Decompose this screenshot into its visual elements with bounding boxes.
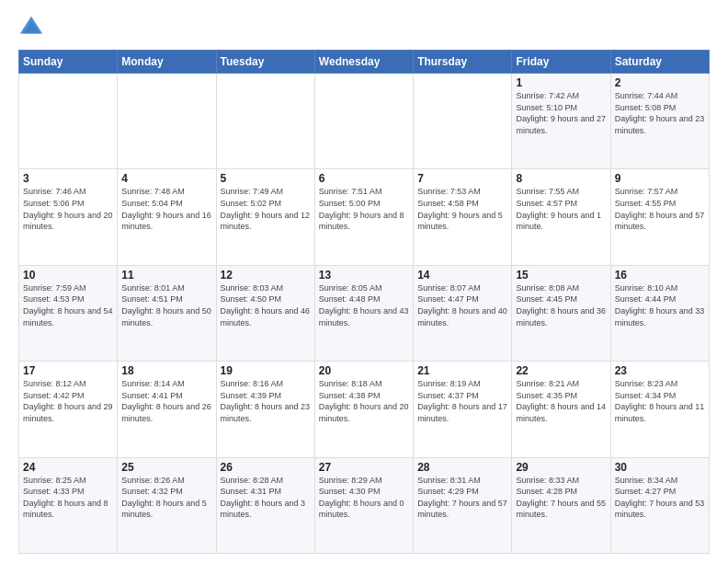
calendar-cell: 24Sunrise: 8:25 AMSunset: 4:33 PMDayligh… xyxy=(19,457,118,553)
day-header-monday: Monday xyxy=(118,51,216,74)
calendar-week-3: 10Sunrise: 7:59 AMSunset: 4:53 PMDayligh… xyxy=(19,265,710,361)
day-header-thursday: Thursday xyxy=(414,51,512,74)
day-number: 8 xyxy=(516,172,606,185)
day-info: Sunrise: 7:59 AMSunset: 4:53 PMDaylight:… xyxy=(23,282,113,328)
day-number: 7 xyxy=(417,172,507,185)
calendar-cell: 8Sunrise: 7:55 AMSunset: 4:57 PMDaylight… xyxy=(512,169,610,265)
day-info: Sunrise: 8:12 AMSunset: 4:42 PMDaylight:… xyxy=(23,378,113,424)
day-number: 17 xyxy=(23,364,113,377)
day-number: 20 xyxy=(319,364,409,377)
day-number: 15 xyxy=(516,269,606,282)
calendar-cell: 22Sunrise: 8:21 AMSunset: 4:35 PMDayligh… xyxy=(512,362,610,457)
calendar-cell: 19Sunrise: 8:16 AMSunset: 4:39 PMDayligh… xyxy=(216,362,314,457)
calendar-cell: 27Sunrise: 8:29 AMSunset: 4:30 PMDayligh… xyxy=(314,457,413,553)
calendar-cell xyxy=(414,74,512,169)
calendar-cell: 25Sunrise: 8:26 AMSunset: 4:32 PMDayligh… xyxy=(118,457,216,553)
day-info: Sunrise: 8:07 AMSunset: 4:47 PMDaylight:… xyxy=(417,282,507,328)
day-info: Sunrise: 8:08 AMSunset: 4:45 PMDaylight:… xyxy=(516,282,606,328)
calendar-week-2: 3Sunrise: 7:46 AMSunset: 5:06 PMDaylight… xyxy=(19,169,710,265)
day-info: Sunrise: 8:33 AMSunset: 4:28 PMDaylight:… xyxy=(516,475,606,521)
day-number: 10 xyxy=(23,269,113,282)
day-info: Sunrise: 7:42 AMSunset: 5:10 PMDaylight:… xyxy=(516,90,606,136)
day-header-friday: Friday xyxy=(512,51,610,74)
day-number: 14 xyxy=(417,269,507,282)
calendar-week-1: 1Sunrise: 7:42 AMSunset: 5:10 PMDaylight… xyxy=(19,74,710,169)
day-number: 11 xyxy=(121,269,211,282)
day-info: Sunrise: 8:18 AMSunset: 4:38 PMDaylight:… xyxy=(319,378,409,424)
calendar-cell: 12Sunrise: 8:03 AMSunset: 4:50 PMDayligh… xyxy=(216,265,314,361)
calendar-week-4: 17Sunrise: 8:12 AMSunset: 4:42 PMDayligh… xyxy=(19,362,710,457)
calendar-cell xyxy=(19,74,118,169)
calendar-cell: 16Sunrise: 8:10 AMSunset: 4:44 PMDayligh… xyxy=(610,265,709,361)
day-info: Sunrise: 8:05 AMSunset: 4:48 PMDaylight:… xyxy=(319,282,409,328)
calendar-cell: 17Sunrise: 8:12 AMSunset: 4:42 PMDayligh… xyxy=(19,362,118,457)
day-info: Sunrise: 8:31 AMSunset: 4:29 PMDaylight:… xyxy=(417,475,507,521)
calendar-cell: 28Sunrise: 8:31 AMSunset: 4:29 PMDayligh… xyxy=(414,457,512,553)
day-number: 30 xyxy=(615,461,705,474)
calendar-cell: 10Sunrise: 7:59 AMSunset: 4:53 PMDayligh… xyxy=(19,265,118,361)
calendar-cell: 5Sunrise: 7:49 AMSunset: 5:02 PMDaylight… xyxy=(216,169,314,265)
day-number: 6 xyxy=(319,172,409,185)
day-info: Sunrise: 8:14 AMSunset: 4:41 PMDaylight:… xyxy=(121,378,211,424)
day-number: 18 xyxy=(121,364,211,377)
logo xyxy=(18,15,48,40)
day-number: 9 xyxy=(615,172,705,185)
calendar-cell: 14Sunrise: 8:07 AMSunset: 4:47 PMDayligh… xyxy=(414,265,512,361)
calendar-table: SundayMondayTuesdayWednesdayThursdayFrid… xyxy=(18,50,710,554)
day-header-saturday: Saturday xyxy=(610,51,709,74)
calendar-header-row: SundayMondayTuesdayWednesdayThursdayFrid… xyxy=(19,51,710,74)
calendar-cell: 30Sunrise: 8:34 AMSunset: 4:27 PMDayligh… xyxy=(610,457,709,553)
day-info: Sunrise: 7:49 AMSunset: 5:02 PMDaylight:… xyxy=(221,186,311,232)
calendar-cell: 3Sunrise: 7:46 AMSunset: 5:06 PMDaylight… xyxy=(19,169,118,265)
day-number: 27 xyxy=(319,461,409,474)
day-number: 21 xyxy=(417,364,507,377)
day-info: Sunrise: 8:03 AMSunset: 4:50 PMDaylight:… xyxy=(221,282,311,328)
page: SundayMondayTuesdayWednesdayThursdayFrid… xyxy=(0,0,728,563)
calendar-cell: 9Sunrise: 7:57 AMSunset: 4:55 PMDaylight… xyxy=(610,169,709,265)
calendar-cell: 11Sunrise: 8:01 AMSunset: 4:51 PMDayligh… xyxy=(118,265,216,361)
day-info: Sunrise: 8:21 AMSunset: 4:35 PMDaylight:… xyxy=(516,378,606,424)
day-info: Sunrise: 8:19 AMSunset: 4:37 PMDaylight:… xyxy=(417,378,507,424)
day-info: Sunrise: 7:55 AMSunset: 4:57 PMDaylight:… xyxy=(516,186,606,232)
day-info: Sunrise: 8:10 AMSunset: 4:44 PMDaylight:… xyxy=(615,282,705,328)
calendar-week-5: 24Sunrise: 8:25 AMSunset: 4:33 PMDayligh… xyxy=(19,457,710,553)
day-info: Sunrise: 8:28 AMSunset: 4:31 PMDaylight:… xyxy=(221,475,311,521)
day-number: 13 xyxy=(319,269,409,282)
day-number: 23 xyxy=(615,364,705,377)
calendar-cell: 4Sunrise: 7:48 AMSunset: 5:04 PMDaylight… xyxy=(118,169,216,265)
day-number: 3 xyxy=(23,172,113,185)
day-info: Sunrise: 8:29 AMSunset: 4:30 PMDaylight:… xyxy=(319,475,409,521)
day-number: 4 xyxy=(121,172,211,185)
day-info: Sunrise: 7:48 AMSunset: 5:04 PMDaylight:… xyxy=(121,186,211,232)
calendar-cell: 21Sunrise: 8:19 AMSunset: 4:37 PMDayligh… xyxy=(414,362,512,457)
day-info: Sunrise: 8:01 AMSunset: 4:51 PMDaylight:… xyxy=(121,282,211,328)
day-header-wednesday: Wednesday xyxy=(314,51,413,74)
day-info: Sunrise: 8:26 AMSunset: 4:32 PMDaylight:… xyxy=(121,475,211,521)
calendar-cell: 13Sunrise: 8:05 AMSunset: 4:48 PMDayligh… xyxy=(314,265,413,361)
day-number: 24 xyxy=(23,461,113,474)
day-info: Sunrise: 7:44 AMSunset: 5:08 PMDaylight:… xyxy=(615,90,705,136)
logo-icon xyxy=(18,15,44,40)
calendar-cell: 2Sunrise: 7:44 AMSunset: 5:08 PMDaylight… xyxy=(610,74,709,169)
day-info: Sunrise: 8:25 AMSunset: 4:33 PMDaylight:… xyxy=(23,475,113,521)
calendar-cell: 20Sunrise: 8:18 AMSunset: 4:38 PMDayligh… xyxy=(314,362,413,457)
calendar-cell: 1Sunrise: 7:42 AMSunset: 5:10 PMDaylight… xyxy=(512,74,610,169)
calendar-cell xyxy=(216,74,314,169)
calendar-cell xyxy=(314,74,413,169)
day-number: 29 xyxy=(516,461,606,474)
day-info: Sunrise: 7:53 AMSunset: 4:58 PMDaylight:… xyxy=(417,186,507,232)
calendar-cell: 7Sunrise: 7:53 AMSunset: 4:58 PMDaylight… xyxy=(414,169,512,265)
day-info: Sunrise: 8:34 AMSunset: 4:27 PMDaylight:… xyxy=(615,475,705,521)
calendar-cell: 15Sunrise: 8:08 AMSunset: 4:45 PMDayligh… xyxy=(512,265,610,361)
day-info: Sunrise: 8:23 AMSunset: 4:34 PMDaylight:… xyxy=(615,378,705,424)
day-number: 28 xyxy=(417,461,507,474)
day-number: 22 xyxy=(516,364,606,377)
day-number: 25 xyxy=(121,461,211,474)
day-info: Sunrise: 7:57 AMSunset: 4:55 PMDaylight:… xyxy=(615,186,705,232)
day-header-sunday: Sunday xyxy=(19,51,118,74)
day-number: 19 xyxy=(221,364,311,377)
day-number: 1 xyxy=(516,76,606,89)
day-header-tuesday: Tuesday xyxy=(216,51,314,74)
day-info: Sunrise: 7:51 AMSunset: 5:00 PMDaylight:… xyxy=(319,186,409,232)
day-number: 26 xyxy=(221,461,311,474)
